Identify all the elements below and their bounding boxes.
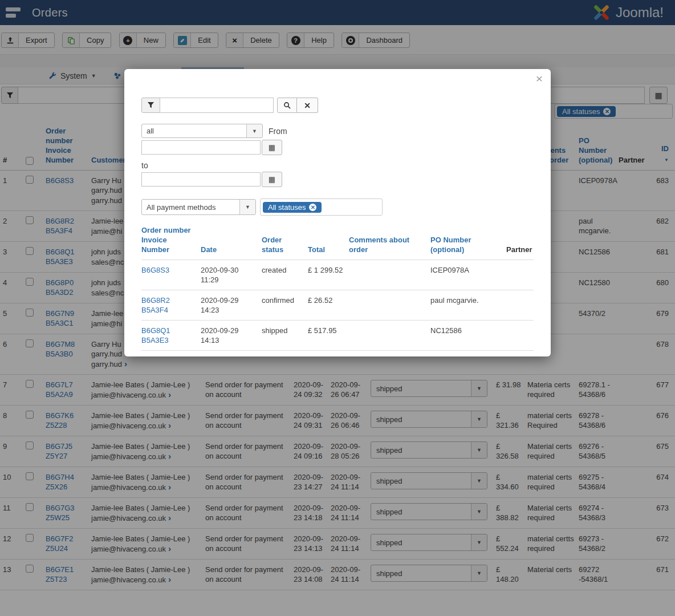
close-icon[interactable]: × (536, 72, 543, 84)
order-total: £ 289.90 (308, 351, 349, 356)
po-number: NC12580 (430, 351, 506, 356)
order-status: confirmed (262, 290, 308, 320)
order-total: £ 517.95 (308, 321, 349, 350)
col-partner: Partner (506, 220, 538, 260)
date-from-input[interactable] (141, 140, 261, 155)
order-date: 2020-09-29 14:13 (201, 321, 262, 350)
calendar-icon: ▦ (269, 143, 275, 152)
order-comments (349, 290, 430, 320)
funnel-icon (147, 102, 154, 109)
order-comments (349, 321, 430, 350)
order-number-link[interactable]: B6G8S3 (141, 260, 201, 290)
col-order-status[interactable]: Order status (262, 220, 308, 260)
all-statuses-pill[interactable]: All statuses ✕ (263, 202, 322, 213)
date-to-input[interactable] (141, 172, 261, 187)
date-type-row: all ▼ From (141, 124, 534, 138)
po-number: NC12586 (430, 321, 506, 350)
remove-filter-icon[interactable]: ✕ (309, 204, 316, 211)
order-total: £ 26.52 (308, 290, 349, 320)
payment-status-row: All payment methods ▼ All statuses ✕ (141, 198, 534, 216)
caret-down-icon: ▼ (239, 200, 255, 214)
col-comments[interactable]: Comments about order (349, 220, 430, 260)
modal-table-row: B6G8R2 B5A3F4 2020-09-29 14:23 confirmed… (141, 290, 534, 321)
col-po-number[interactable]: PO Number (optional) (430, 220, 506, 260)
modal-table-body: B6G8S3 2020-09-30 11:29 created £ 1 299.… (141, 260, 534, 356)
po-number: paul mcgarvie. (430, 290, 506, 320)
modal-table-row: B6G8S3 2020-09-30 11:29 created £ 1 299.… (141, 260, 534, 290)
modal-search-bar: ✕ (141, 98, 534, 113)
order-number-link[interactable]: B6G8Q1 B5A3E3 (141, 321, 201, 350)
to-label: to (141, 161, 534, 170)
clear-search-button[interactable]: ✕ (297, 98, 318, 113)
search-button[interactable] (277, 98, 297, 113)
order-date: 2020-09-30 11:29 (201, 260, 262, 290)
calendar-button[interactable]: ▦ (262, 172, 282, 187)
search-icon (283, 102, 291, 109)
calendar-button[interactable]: ▦ (262, 140, 282, 155)
order-comments (349, 351, 430, 356)
modal-table-row: B6G8Q1 B5A3E3 2020-09-29 14:13 shipped £… (141, 321, 534, 351)
partner (506, 290, 534, 320)
date-to-row: ▦ (141, 172, 534, 187)
po-number: ICEP0978A (430, 260, 506, 290)
partner (506, 351, 534, 356)
calendar-icon: ▦ (269, 175, 275, 184)
date-from-row: ▦ (141, 140, 534, 155)
order-date: 2020-09-29 14:23 (201, 290, 262, 320)
col-total[interactable]: Total (308, 220, 349, 260)
col-order-number[interactable]: Order number Invoice Number (141, 220, 201, 260)
order-number-link[interactable]: B6G8P0 (141, 351, 201, 356)
caret-down-icon: ▼ (246, 124, 262, 137)
col-date[interactable]: Date (201, 220, 262, 260)
order-status: shipped (262, 351, 308, 356)
order-date: 2020-09-26 (201, 351, 262, 356)
payment-methods-select[interactable]: All payment methods ▼ (141, 199, 256, 215)
date-type-select[interactable]: all ▼ (141, 124, 263, 138)
partner (506, 260, 534, 290)
clear-icon: ✕ (304, 101, 311, 110)
partner (506, 321, 534, 350)
from-label: From (269, 127, 287, 136)
statuses-multiselect[interactable]: All statuses ✕ (260, 198, 383, 216)
orders-filter-modal: × ✕ all ▼ From ▦ to ▦ All payment method… (124, 69, 551, 356)
filter-funnel-button[interactable] (141, 98, 160, 113)
modal-table-header: Order number Invoice Number Date Order s… (141, 220, 534, 260)
order-total: £ 1 299.52 (308, 260, 349, 290)
modal-table-row: B6G8P0 2020-09-26 shipped £ 289.90 NC125… (141, 351, 534, 356)
order-status: shipped (262, 321, 308, 350)
order-number-link[interactable]: B6G8R2 B5A3F4 (141, 290, 201, 320)
modal-search-input[interactable] (160, 98, 274, 113)
order-status: created (262, 260, 308, 290)
order-comments (349, 260, 430, 290)
